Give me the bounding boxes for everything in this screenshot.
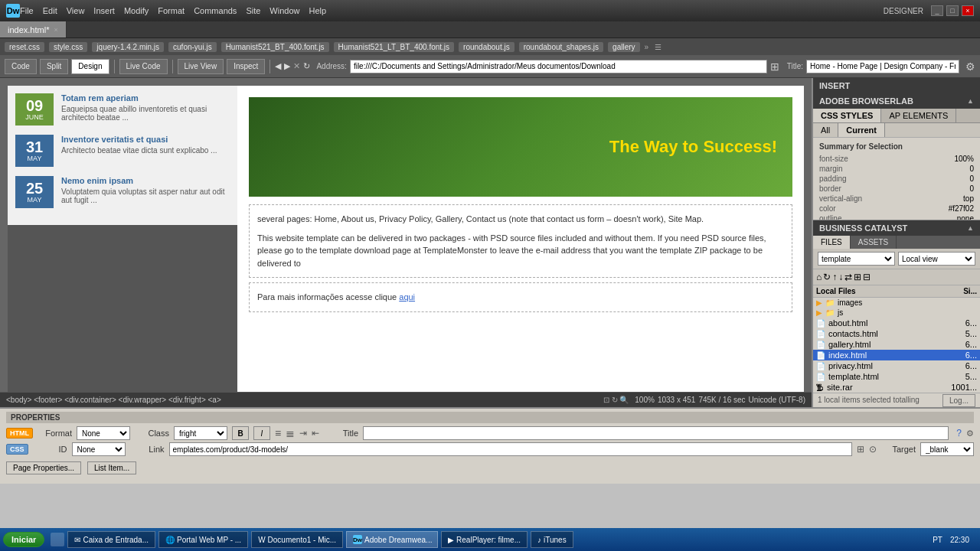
- link-input[interactable]: [169, 442, 852, 456]
- file-size: 6...: [950, 361, 977, 370]
- panel-collapse-icon[interactable]: ▲: [967, 97, 974, 105]
- bc-sync-icon[interactable]: ⇄: [844, 272, 852, 282]
- archive-item[interactable]: 🗜site.rar1001...: [813, 382, 980, 393]
- format-label: Format: [38, 429, 72, 438]
- menu-help[interactable]: Help: [309, 6, 326, 15]
- link-target-icon[interactable]: ⊙: [869, 444, 877, 455]
- tab-index-html[interactable]: index.html* ×: [0, 21, 67, 37]
- file-tag-roundabout[interactable]: roundabout.js: [459, 42, 514, 52]
- tab-close-icon[interactable]: ×: [54, 26, 57, 34]
- live-view-btn[interactable]: Live View: [178, 59, 224, 74]
- file-item[interactable]: 📄template.html5...: [813, 371, 980, 382]
- menu-view[interactable]: View: [67, 6, 85, 15]
- file-name: index.html: [828, 350, 947, 360]
- zoom-level[interactable]: 100%: [635, 396, 655, 404]
- file-item[interactable]: 📄privacy.html6...: [813, 360, 980, 371]
- link-browse-icon[interactable]: ⊞: [857, 444, 864, 455]
- menu-site[interactable]: Site: [246, 6, 260, 15]
- wrench-icon[interactable]: ⚙: [966, 429, 974, 439]
- bc-files-tab[interactable]: FILES: [813, 236, 851, 249]
- maximize-btn[interactable]: □: [946, 5, 959, 16]
- title-prop-input[interactable]: [363, 426, 949, 440]
- menu-modify[interactable]: Modify: [124, 6, 149, 15]
- css-prop-name: font-size: [819, 155, 848, 163]
- css-current-tab[interactable]: Current: [838, 123, 885, 137]
- menu-commands[interactable]: Commands: [194, 6, 237, 15]
- css-all-tab[interactable]: All: [813, 123, 838, 137]
- split-btn[interactable]: Split: [40, 59, 68, 74]
- close-btn[interactable]: ×: [962, 5, 974, 16]
- bc-collapse-icon[interactable]: ▲: [967, 224, 974, 232]
- file-item[interactable]: 📄gallery.html6...: [813, 339, 980, 350]
- bc-folder-select[interactable]: template: [818, 252, 895, 266]
- ol-btn[interactable]: ≣: [286, 427, 295, 439]
- blog-entry-1: 31 MAY Inventore veritatis et quasi Arch…: [15, 135, 230, 167]
- live-code-btn[interactable]: Live Code: [119, 59, 168, 74]
- bc-download-icon[interactable]: ↓: [838, 272, 843, 282]
- css-styles-tab[interactable]: CSS STYLES: [813, 109, 881, 122]
- file-tag-humanist400[interactable]: Humanist521_BT_400.font.js: [221, 42, 329, 52]
- indent-btn[interactable]: ⇥: [299, 428, 307, 439]
- bc-expand-icon[interactable]: ⊞: [854, 272, 861, 282]
- file-item[interactable]: 📄contacts.html5...: [813, 328, 980, 339]
- nav-back-icon[interactable]: ◀: [275, 61, 281, 71]
- file-name: privacy.html: [828, 361, 947, 370]
- bc-view-select[interactable]: Local view: [898, 252, 975, 266]
- ul-btn[interactable]: ≡: [275, 427, 281, 439]
- bc-home-icon[interactable]: ⌂: [816, 272, 822, 282]
- blog-title-1[interactable]: Inventore veritatis et quasi: [61, 135, 217, 144]
- nav-refresh-icon[interactable]: ↻: [303, 61, 310, 71]
- title-icon[interactable]: ⚙: [965, 60, 975, 73]
- file-tag-reset[interactable]: reset.css: [5, 42, 44, 52]
- folder-item[interactable]: ▶📁images: [813, 298, 980, 308]
- file-tag-roundabout-shapes[interactable]: roundabout_shapes.js: [519, 42, 603, 52]
- outdent-btn[interactable]: ⇤: [312, 428, 319, 439]
- address-go-icon[interactable]: ⊞: [770, 60, 779, 73]
- menu-file[interactable]: File: [20, 6, 34, 15]
- id-select[interactable]: None: [72, 442, 126, 456]
- menu-insert[interactable]: Insert: [93, 6, 115, 15]
- file-item[interactable]: 📄about.html6...: [813, 318, 980, 328]
- code-btn[interactable]: Code: [5, 59, 37, 74]
- list-item-btn[interactable]: List Item...: [87, 461, 136, 474]
- bc-collapse-icon[interactable]: ⊟: [863, 272, 871, 282]
- title-input[interactable]: [806, 60, 959, 73]
- file-tag-cufon[interactable]: cufon-yui.js: [168, 42, 217, 52]
- address-input[interactable]: [350, 60, 767, 73]
- file-tag-humanistLT[interactable]: Humanist521_LT_BT_400.font.js: [334, 42, 454, 52]
- file-tag-gallery[interactable]: gallery: [608, 42, 639, 52]
- file-tags-more[interactable]: »: [645, 43, 649, 51]
- design-btn[interactable]: Design: [71, 59, 109, 74]
- minimize-btn[interactable]: _: [931, 5, 943, 16]
- help-icon[interactable]: ?: [956, 428, 962, 439]
- menu-edit[interactable]: Edit: [43, 6, 57, 15]
- ap-elements-tab[interactable]: AP ELEMENTS: [881, 109, 956, 122]
- file-tag-style[interactable]: style.css: [49, 42, 87, 52]
- css-btn[interactable]: CSS: [6, 444, 28, 455]
- file-tags-options[interactable]: ☰: [655, 43, 662, 51]
- format-select[interactable]: None: [77, 426, 130, 440]
- nav-stop-icon[interactable]: ✕: [293, 61, 300, 71]
- css-all-current-tabs: All Current: [813, 123, 980, 138]
- bold-btn[interactable]: B: [232, 426, 249, 440]
- italic-btn[interactable]: I: [253, 426, 270, 440]
- bc-upload-icon[interactable]: ↑: [832, 272, 837, 282]
- file-tag-jquery[interactable]: jquery-1.4.2.min.js: [92, 42, 164, 52]
- target-select[interactable]: _blank: [920, 442, 974, 456]
- class-select[interactable]: fright: [174, 426, 227, 440]
- menu-window[interactable]: Window: [270, 6, 299, 15]
- blog-title-0[interactable]: Totam rem aperiam: [61, 93, 230, 103]
- class-label: Class: [135, 429, 169, 438]
- bc-refresh-icon[interactable]: ↻: [823, 272, 831, 282]
- page-properties-btn[interactable]: Page Properties...: [6, 461, 81, 474]
- log-btn[interactable]: Log...: [942, 394, 975, 407]
- bc-assets-tab[interactable]: ASSETS: [851, 236, 897, 249]
- nav-forward-icon[interactable]: ▶: [284, 61, 290, 71]
- html-btn[interactable]: HTML: [6, 428, 33, 439]
- folder-item[interactable]: ▶📁js: [813, 308, 980, 318]
- inspect-btn[interactable]: Inspect: [227, 59, 265, 74]
- file-item[interactable]: 📄index.html6...: [813, 350, 980, 360]
- menu-format[interactable]: Format: [158, 6, 185, 15]
- blog-title-2[interactable]: Nemo enim ipsam: [61, 176, 230, 185]
- more-info-link[interactable]: aqui: [399, 292, 415, 302]
